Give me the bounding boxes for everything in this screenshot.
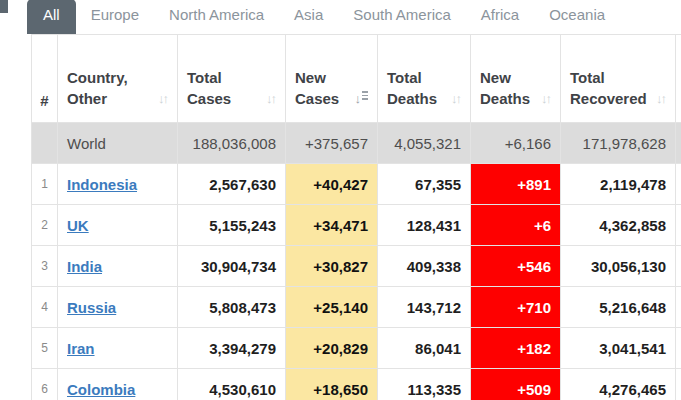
total-recovered-cell: 2,119,478 <box>561 164 676 205</box>
total-deaths-cell: 86,041 <box>378 328 471 369</box>
rank-cell: 4 <box>32 287 58 328</box>
col-header-total-deaths[interactable]: Total Deaths ↓↑ <box>378 35 471 123</box>
country-link[interactable]: Colombia <box>67 381 135 398</box>
country-link[interactable]: UK <box>67 217 89 234</box>
sort-updown-icon[interactable]: ↓↑ <box>158 88 169 109</box>
cutoff-cell <box>676 164 681 205</box>
total-cases-cell: 2,567,630 <box>178 164 286 205</box>
country-cell: India <box>58 246 178 287</box>
tab-south-america[interactable]: South America <box>338 0 466 34</box>
total-cases-cell: 30,904,734 <box>178 246 286 287</box>
cutoff-cell <box>676 369 681 400</box>
tab-asia[interactable]: Asia <box>279 0 338 34</box>
total-recovered-cell: 5,216,648 <box>561 287 676 328</box>
col-header-country[interactable]: Country, Other ↓↑ <box>58 35 178 123</box>
total-cases-cell: 5,808,473 <box>178 287 286 328</box>
col-header-country-line1: Country, <box>67 67 169 88</box>
total-deaths-cell: 67,355 <box>378 164 471 205</box>
col-header-new-cases-line2: Cases <box>295 88 339 109</box>
continent-tabbar: All Europe North America Asia South Amer… <box>0 0 681 34</box>
col-header-rank: # <box>32 35 58 123</box>
total-cases-cell: 3,394,279 <box>178 328 286 369</box>
world-new-deaths: +6,166 <box>471 123 561 164</box>
total-deaths-cell: 128,431 <box>378 205 471 246</box>
new-deaths-cell: +509 <box>471 369 561 400</box>
country-cell: UK <box>58 205 178 246</box>
total-deaths-cell: 143,712 <box>378 287 471 328</box>
col-header-country-line2: Other <box>67 88 107 109</box>
table-row: 2 UK 5,155,243 +34,471 128,431 +6 4,362,… <box>32 205 681 246</box>
tab-oceania[interactable]: Oceania <box>534 0 620 34</box>
covid-stats-table: # Country, Other ↓↑ Total Cases ↓↑ New C… <box>31 34 681 400</box>
tab-africa[interactable]: Africa <box>466 0 534 34</box>
country-link[interactable]: Russia <box>67 299 116 316</box>
new-cases-cell: +25,140 <box>286 287 378 328</box>
world-total-cases: 188,036,008 <box>178 123 286 164</box>
new-deaths-cell: +546 <box>471 246 561 287</box>
tab-all[interactable]: All <box>27 0 76 34</box>
table-row: 4 Russia 5,808,473 +25,140 143,712 +710 … <box>32 287 681 328</box>
col-header-new-deaths[interactable]: New Deaths ↓↑ <box>471 35 561 123</box>
sort-updown-icon[interactable]: ↓↑ <box>541 88 552 109</box>
cutoff-cell <box>676 123 681 164</box>
country-cell: Indonesia <box>58 164 178 205</box>
sort-updown-icon[interactable]: ↓↑ <box>451 88 462 109</box>
cutoff-cell <box>676 287 681 328</box>
world-new-cases: +375,657 <box>286 123 378 164</box>
scrolled-element-fragment <box>0 0 8 13</box>
col-header-total-cases-line1: Total <box>187 67 277 88</box>
sort-desc-arrow: ↓ <box>355 88 362 109</box>
new-deaths-cell: +6 <box>471 205 561 246</box>
total-deaths-cell: 113,335 <box>378 369 471 400</box>
tab-north-america[interactable]: North America <box>154 0 279 34</box>
total-recovered-cell: 4,276,465 <box>561 369 676 400</box>
country-link[interactable]: India <box>67 258 102 275</box>
total-cases-cell: 4,530,610 <box>178 369 286 400</box>
new-cases-cell: +40,427 <box>286 164 378 205</box>
total-deaths-cell: 409,338 <box>378 246 471 287</box>
table-row: 6 Colombia 4,530,610 +18,650 113,335 +50… <box>32 369 681 400</box>
col-header-new-cases[interactable]: New Cases ↓ <box>286 35 378 123</box>
col-header-total-deaths-line2: Deaths <box>387 88 437 109</box>
new-cases-cell: +30,827 <box>286 246 378 287</box>
country-cell: Russia <box>58 287 178 328</box>
col-header-total-deaths-line1: Total <box>387 67 462 88</box>
table-row: 5 Iran 3,394,279 +20,829 86,041 +182 3,0… <box>32 328 681 369</box>
col-header-total-cases-line2: Cases <box>187 88 231 109</box>
col-header-total-recovered[interactable]: Total Recovered ↓↑ <box>561 35 676 123</box>
tab-europe[interactable]: Europe <box>76 0 154 34</box>
country-link[interactable]: Iran <box>67 340 95 357</box>
total-recovered-cell: 4,362,858 <box>561 205 676 246</box>
cutoff-cell <box>676 205 681 246</box>
world-label: World <box>58 123 178 164</box>
country-link[interactable]: Indonesia <box>67 176 137 193</box>
country-cell: Colombia <box>58 369 178 400</box>
new-cases-cell: +20,829 <box>286 328 378 369</box>
world-total-recovered: 171,978,628 <box>561 123 676 164</box>
total-cases-cell: 5,155,243 <box>178 205 286 246</box>
sort-updown-icon[interactable]: ↓↑ <box>266 88 277 109</box>
rank-cell: 3 <box>32 246 58 287</box>
col-header-total-recovered-line1: Total <box>570 67 667 88</box>
sort-updown-icon[interactable]: ↓↑ <box>656 88 667 109</box>
col-header-new-deaths-line2: Deaths <box>480 88 530 109</box>
cutoff-cell <box>676 246 681 287</box>
new-deaths-cell: +891 <box>471 164 561 205</box>
country-cell: Iran <box>58 328 178 369</box>
rank-cell: 1 <box>32 164 58 205</box>
table-row: 3 India 30,904,734 +30,827 409,338 +546 … <box>32 246 681 287</box>
world-total-deaths: 4,055,321 <box>378 123 471 164</box>
col-header-total-cases[interactable]: Total Cases ↓↑ <box>178 35 286 123</box>
new-deaths-cell: +182 <box>471 328 561 369</box>
total-recovered-cell: 3,041,541 <box>561 328 676 369</box>
col-header-cutoff <box>676 35 681 123</box>
rank-cell <box>32 123 58 164</box>
col-header-new-deaths-line1: New <box>480 67 552 88</box>
col-header-new-cases-line1: New <box>295 67 369 88</box>
sort-desc-bars <box>362 91 368 101</box>
world-total-row: World 188,036,008 +375,657 4,055,321 +6,… <box>32 123 681 164</box>
rank-cell: 2 <box>32 205 58 246</box>
rank-cell: 5 <box>32 328 58 369</box>
sort-descending-active-icon[interactable]: ↓ <box>355 88 370 109</box>
new-deaths-cell: +710 <box>471 287 561 328</box>
